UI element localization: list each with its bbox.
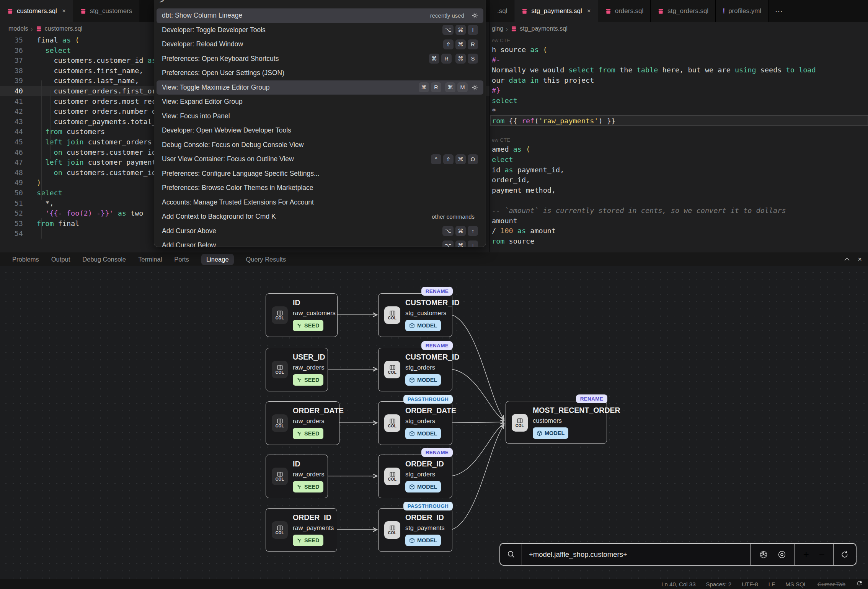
codelens-ghost-text[interactable]: ew CTE	[492, 37, 510, 44]
palette-item-preferences-open-keyboard-shortcuts[interactable]: Preferences: Open Keyboard Shortcuts⌘R⌘S	[157, 52, 483, 66]
refresh-icon[interactable]	[834, 544, 856, 565]
palette-item-view-focus-into-panel[interactable]: View: Focus into Panel	[157, 109, 483, 124]
codelens-ghost-text[interactable]: ew CTE	[492, 136, 510, 144]
palette-item-debug-console-focus-on-debug-console-vie[interactable]: Debug Console: Focus on Debug Console Vi…	[157, 138, 483, 152]
code-line: our data in this project	[492, 75, 594, 85]
lineage-node-customer_id-stg_orders[interactable]: COLCUSTOMER_IDstg_ordersMODEL	[378, 348, 452, 391]
panel-tab-debug-console[interactable]: Debug Console	[82, 256, 126, 263]
configure-gear-icon[interactable]	[472, 84, 478, 91]
code-line: #}	[492, 85, 500, 95]
palette-item-preferences-open-user-settings-json-[interactable]: Preferences: Open User Settings (JSON)	[157, 66, 483, 80]
palette-item-view-expand-editor-group[interactable]: View: Expand Editor Group	[157, 95, 483, 109]
palette-item-preferences-browse-color-themes-in-marke[interactable]: Preferences: Browse Color Themes in Mark…	[157, 181, 483, 195]
panel-collapse-icon[interactable]	[844, 257, 850, 261]
tab-stg_customers[interactable]: stg_customers	[73, 0, 140, 22]
lineage-node-order_id-stg_payments[interactable]: COLORDER_IDstg_paymentsMODEL	[378, 508, 452, 552]
columns-icon	[517, 418, 523, 423]
zoom-out-icon[interactable]: −	[819, 548, 825, 560]
editor-pane-stg-payments[interactable]: ging › stg_payments.sql ew CTEh source a…	[490, 22, 868, 252]
seedling-icon	[297, 377, 302, 383]
lineage-node-order_id-raw_payments[interactable]: COLORDER_IDraw_paymentsSEED	[266, 508, 337, 552]
status-cursor-tab[interactable]: Cursor Tab	[817, 581, 845, 587]
lineage-query-input[interactable]	[522, 544, 751, 565]
cube-icon	[409, 538, 415, 543]
tab-stg_orders-sql[interactable]: stg_orders.sql	[651, 0, 716, 22]
node-title: ID	[293, 460, 300, 468]
palette-item-add-cursor-below[interactable]: Add Cursor Below⌥⌘↓	[157, 238, 483, 247]
tab-overflow-button[interactable]: ⋯	[768, 0, 790, 22]
line-number: 40	[3, 86, 23, 96]
close-icon[interactable]: ×	[62, 7, 66, 15]
line-number: 44	[3, 127, 23, 137]
lineage-node-order_date-stg_orders[interactable]: COLORDER_DATEstg_ordersMODEL	[378, 401, 452, 445]
zoom-in-icon[interactable]: +	[803, 548, 809, 560]
status-item-utf-8[interactable]: UTF-8	[742, 581, 758, 587]
tab-profiles-yml[interactable]: !profiles.yml	[716, 0, 768, 22]
palette-item-preferences-configure-language-specific-[interactable]: Preferences: Configure Language Specific…	[157, 167, 483, 181]
column-type-chip: COL	[272, 468, 288, 485]
lineage-node-id-raw_orders[interactable]: COLIDraw_ordersSEED	[266, 455, 328, 498]
seed-badge: SEED	[293, 481, 323, 492]
database-icon	[658, 8, 664, 15]
panel-tab-ports[interactable]: Ports	[174, 256, 189, 263]
model-badge: MODEL	[405, 481, 441, 492]
status-item-lf[interactable]: LF	[768, 581, 775, 587]
aperture-icon[interactable]	[759, 550, 768, 559]
palette-input[interactable]: >	[160, 0, 164, 5]
tab-orders-sql[interactable]: orders.sql	[598, 0, 651, 22]
panel-close-icon[interactable]: ×	[858, 255, 862, 263]
tab-group-right: .sqlstg_payments.sql×orders.sqlstg_order…	[490, 0, 790, 22]
status-item-spaces-2[interactable]: Spaces: 2	[706, 581, 731, 587]
warning-icon: !	[723, 7, 725, 15]
palette-item-developer-reload-window[interactable]: Developer: Reload Window⇧⌘R	[157, 37, 483, 52]
panel-header: ProblemsOutputDebug ConsoleTerminalPorts…	[0, 252, 868, 266]
line-number: 39	[3, 76, 23, 86]
columns-icon	[277, 472, 283, 477]
tab-stg_payments-sql[interactable]: stg_payments.sql×	[514, 0, 598, 22]
palette-item-add-cursor-above[interactable]: Add Cursor Above⌥⌘↑	[157, 224, 483, 239]
lineage-node-order_id-stg_orders[interactable]: COLORDER_IDstg_ordersMODEL	[378, 455, 452, 498]
bell-icon[interactable]	[856, 581, 863, 587]
tab-label: profiles.yml	[728, 7, 761, 15]
close-icon[interactable]: ×	[587, 7, 591, 15]
panel-tab-lineage[interactable]: Lineage	[201, 254, 234, 265]
code-line: customer_orders.most_rec	[37, 97, 156, 106]
lineage-node-user_id-raw_orders[interactable]: COLUSER_IDraw_ordersSEED	[266, 348, 328, 391]
tab-label: stg_orders.sql	[667, 7, 708, 15]
node-subtitle: raw_customers	[293, 309, 336, 317]
panel-tab-terminal[interactable]: Terminal	[138, 256, 162, 263]
panel-tab-query-results[interactable]: Query Results	[246, 256, 286, 263]
node-subtitle: raw_payments	[293, 524, 334, 532]
lineage-node-id-raw_customers[interactable]: COLIDraw_customersSEED	[266, 293, 338, 337]
code-line: #-	[492, 55, 500, 65]
command-palette[interactable]: > dbt: Show Column Lineagerecently usedD…	[154, 0, 486, 247]
seedling-icon	[297, 431, 302, 436]
line-number: 37	[3, 56, 23, 65]
panel-tab-output[interactable]: Output	[51, 256, 70, 263]
eye-target-icon[interactable]	[778, 550, 786, 559]
palette-item-view-toggle-maximize-editor-group[interactable]: View: Toggle Maximize Editor Group⌘R⌘M	[157, 80, 483, 95]
palette-item-developer-toggle-developer-tools[interactable]: Developer: Toggle Developer Tools⌥⌘I	[157, 23, 483, 38]
seed-badge: SEED	[293, 535, 323, 546]
configure-gear-icon[interactable]	[472, 12, 478, 19]
code-line: h source as (	[492, 45, 547, 55]
palette-item-dbt-show-column-lineage[interactable]: dbt: Show Column Lineagerecently used	[157, 8, 483, 23]
lineage-node-most_recent_order-customers[interactable]: COLMOST_RECENT_ORDERcustomersMODEL	[506, 401, 607, 444]
palette-item-accounts-manage-trusted-extensions-for-a[interactable]: Accounts: Manage Trusted Extensions For …	[157, 195, 483, 210]
seed-badge: SEED	[293, 374, 323, 386]
palette-item-developer-open-webview-developer-tools[interactable]: Developer: Open Webview Developer Tools	[157, 123, 483, 138]
rename-tag: RENAME	[576, 394, 607, 403]
tab--sql[interactable]: .sql	[490, 0, 514, 22]
palette-item-user-view-container-focus-on-outline-vie[interactable]: User View Container: Focus on Outline Vi…	[157, 152, 483, 167]
code-line: order_id,	[492, 175, 530, 185]
status-item-ln-40-col-33[interactable]: Ln 40, Col 33	[661, 581, 695, 587]
tab-customers-sql[interactable]: customers.sql×	[0, 0, 73, 22]
code-line: from final	[37, 219, 79, 229]
lineage-canvas[interactable]: COLIDraw_customersSEEDCOLUSER_IDraw_orde…	[0, 266, 868, 579]
code-area[interactable]: ew CTEh source as (#-Normally we would s…	[490, 22, 868, 252]
lineage-node-customer_id-stg_customers[interactable]: COLCUSTOMER_IDstg_customersMODEL	[378, 293, 452, 337]
palette-item-add-context-to-background-for-cmd-k[interactable]: Add Context to Background for Cmd Kother…	[157, 209, 483, 224]
panel-tab-problems[interactable]: Problems	[12, 256, 39, 263]
lineage-node-order_date-raw_orders[interactable]: COLORDER_DATEraw_ordersSEED	[266, 401, 339, 445]
status-item-ms-sql[interactable]: MS SQL	[785, 581, 807, 587]
